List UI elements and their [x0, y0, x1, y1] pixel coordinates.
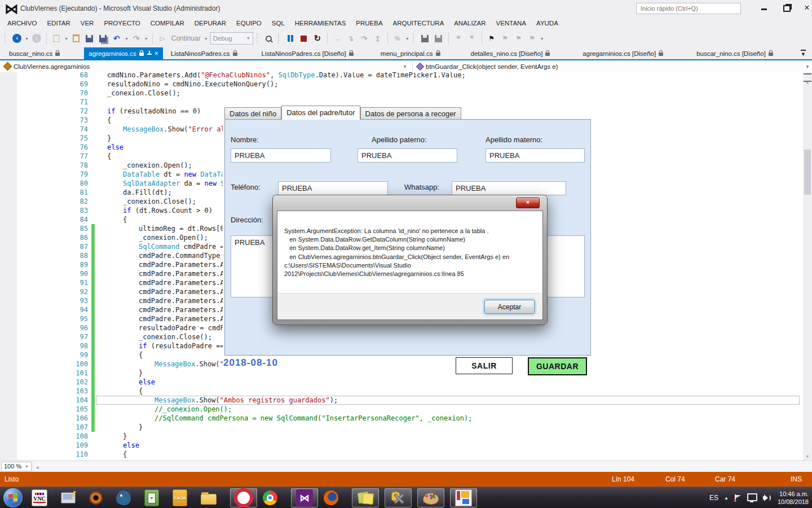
show-next-statement-button[interactable]: → — [332, 32, 343, 45]
menu-item-ventana[interactable]: VENTANA — [491, 17, 531, 29]
code-text[interactable]: //_conexion.Open(); — [155, 405, 232, 414]
scroll-up-icon[interactable]: ▲ — [803, 80, 812, 84]
code-text[interactable]: } — [139, 369, 143, 378]
code-text[interactable]: { — [107, 152, 111, 161]
code-text[interactable]: { — [139, 351, 143, 360]
menu-item-compilar[interactable]: COMPILAR — [145, 17, 189, 29]
break-all-button[interactable] — [285, 32, 296, 45]
hidden-icons-chevron-icon[interactable]: ▲ — [724, 496, 729, 501]
apellido-materno-field[interactable] — [486, 148, 585, 163]
step-over-button[interactable]: ↷ — [359, 32, 370, 45]
continue-icon[interactable]: ▷ — [157, 32, 168, 45]
output-window-button[interactable] — [433, 32, 444, 45]
code-text[interactable]: SqlCommand cmdPadre = — [139, 242, 224, 251]
doc-tab-detalles-nino-cs-dise-o-[interactable]: detalles_nino.cs [Diseño] — [466, 47, 555, 59]
form-tab-datos-padre[interactable]: Datos del padre/tutor — [281, 106, 360, 120]
visual-studio-icon[interactable]: ⋈ — [291, 488, 318, 507]
nombre-field[interactable] — [231, 148, 331, 163]
type-dropdown[interactable]: ClubViernes.agregarninios — [5, 60, 90, 72]
menu-item-equipo[interactable]: EQUIPO — [231, 17, 267, 29]
toolbar-overflow-icon[interactable]: ▼ — [540, 37, 544, 41]
sql-tools-icon[interactable] — [385, 488, 412, 507]
firefox-icon[interactable] — [324, 489, 338, 507]
code-text[interactable]: MessageBox.Show("Error al — [123, 125, 225, 134]
doc-tab-listaninospadres-cs[interactable]: ListaNinosPadres.cs — [166, 47, 242, 59]
document-list-chevron-icon[interactable]: ▼ — [801, 50, 806, 57]
code-text[interactable]: resultadoNino = cmdNino.ExecuteNonQuery(… — [107, 80, 278, 89]
scroll-left-icon[interactable]: ◄ — [35, 465, 39, 470]
caja-icon[interactable]: CAJA — [173, 489, 187, 507]
remote-desktop-icon[interactable] — [61, 489, 76, 507]
menu-item-herramientas[interactable]: HERRAMIENTAS — [290, 17, 351, 29]
doc-tab-buscar-nino-cs-dise-o-[interactable]: buscar_nino.cs [Diseño] — [692, 47, 778, 59]
code-text[interactable]: cmdPadre.Parameters.A — [139, 314, 224, 323]
clear-bookmarks-button[interactable]: ⚑ — [527, 32, 538, 45]
doc-tab-agregarninios-cs[interactable]: agregarninios.cs× — [84, 47, 162, 59]
code-text[interactable]: else — [107, 143, 123, 152]
code-text[interactable]: { — [107, 116, 111, 125]
code-text[interactable]: _conexion.Close(); — [123, 197, 196, 206]
code-text[interactable]: _conexion.Open(); — [123, 161, 192, 170]
continue-button[interactable]: Continuar — [171, 34, 201, 42]
close-button[interactable]: × — [798, 3, 812, 14]
step-into-button[interactable]: ↴ — [345, 32, 356, 45]
menu-item-editar[interactable]: EDITAR — [42, 17, 75, 29]
member-dropdown-chevron-icon[interactable]: ▼ — [805, 64, 810, 69]
whatsapp-field[interactable] — [452, 181, 566, 195]
code-text[interactable]: //SqlCommand cmdPersona = new SqlCommand… — [155, 414, 473, 423]
doc-tab-listaninospadres-cs-dise-o-[interactable]: ListaNinosPadres.cs [Diseño] — [257, 47, 358, 59]
new-item-button[interactable] — [51, 32, 62, 45]
paint-icon[interactable] — [417, 488, 444, 507]
hex-display-button[interactable]: % — [392, 32, 403, 45]
cashier-door-icon[interactable]: ▼ — [144, 489, 159, 507]
code-text[interactable]: cmdPadre.Parameters.A — [139, 296, 224, 305]
continue-dropdown-icon[interactable]: ▼ — [204, 37, 208, 41]
code-text[interactable]: } — [107, 134, 111, 143]
code-text[interactable]: if (resultadoNino == 0) — [107, 107, 201, 116]
menu-item-proyecto[interactable]: PROYECTO — [99, 17, 145, 29]
code-text[interactable]: cmdPadre.Parameters.A — [139, 278, 224, 287]
restart-button[interactable]: ↻ — [312, 32, 323, 45]
code-text[interactable]: cmdPadre.Parameters.A — [139, 269, 224, 278]
file-explorer-icon[interactable] — [201, 489, 217, 507]
code-text[interactable]: cmdPadre.Parameters.A — [139, 305, 224, 314]
horizontal-scrollbar[interactable]: ◄ — [34, 462, 812, 471]
code-text[interactable]: if (dt.Rows.Count > 0) — [123, 206, 213, 215]
stop-debugging-button[interactable] — [298, 32, 310, 45]
code-text[interactable]: cmdPadre.Parameters.A — [139, 287, 224, 296]
code-text[interactable]: DataTable dt = new DataTa — [123, 170, 225, 179]
telefono-field[interactable] — [278, 181, 388, 195]
pin-icon[interactable] — [147, 51, 152, 56]
menu-item-ayuda[interactable]: AYUDA — [531, 17, 563, 29]
dialog-close-button[interactable]: × — [516, 198, 540, 208]
vnc-viewer-icon[interactable]: VNC — [32, 489, 47, 507]
sticky-notes-icon[interactable] — [352, 488, 379, 507]
breakpoints-window-button[interactable] — [420, 32, 431, 45]
doc-tab-menu-principal-cs[interactable]: menu_principal.cs — [376, 47, 445, 59]
save-all-button[interactable] — [98, 32, 109, 45]
quick-launch-input[interactable]: Inicio rápido (Ctrl+Q) — [636, 3, 741, 14]
navigate-dropdown-icon[interactable]: ▼ — [25, 37, 29, 41]
menu-item-archivo[interactable]: ARCHIVO — [2, 17, 42, 29]
code-text[interactable]: cmdNino.Parameters.Add("@FechaClubNinos"… — [107, 72, 466, 80]
form-tab-datos-nino[interactable]: Datos del niño — [224, 107, 281, 120]
undo-button[interactable]: ↶ — [111, 32, 122, 45]
uncomment-button[interactable]: ❞ — [466, 32, 478, 45]
start-button[interactable] — [0, 489, 27, 507]
code-text[interactable]: _conexion.Open(); — [139, 233, 208, 242]
code-text[interactable]: else — [139, 378, 155, 387]
postgresql-icon[interactable] — [116, 489, 131, 507]
code-text[interactable]: } — [123, 432, 127, 441]
code-text[interactable]: { — [139, 387, 143, 396]
chrome-icon[interactable] — [263, 489, 277, 507]
vertical-scrollbar-thumb[interactable] — [804, 150, 811, 195]
language-indicator[interactable]: ES — [709, 494, 718, 502]
code-text[interactable]: cmdPadre.CommandType — [139, 251, 220, 260]
tab-close-icon[interactable]: × — [155, 51, 158, 56]
doc-tab-agregarninios-cs-dise-o-[interactable]: agregarninios.cs [Diseño] — [578, 47, 668, 59]
code-text[interactable]: cmdPadre.Parameters.A — [139, 260, 224, 269]
menu-item-prueba[interactable]: PRUEBA — [351, 17, 387, 29]
minimize-button[interactable] — [756, 3, 773, 14]
clock[interactable]: 10:46 a.m. 10/08/2018 — [778, 490, 809, 506]
vertical-scrollbar[interactable]: ▲ ▼ — [803, 72, 812, 460]
